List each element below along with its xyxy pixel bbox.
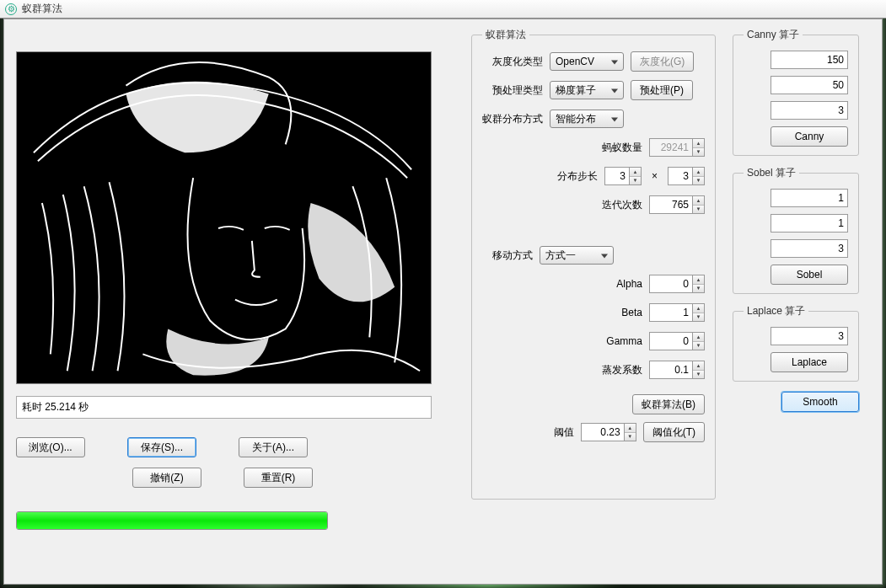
window-titlebar: ⚙ 蚁群算法 [0, 0, 886, 19]
evap-input[interactable] [649, 361, 693, 379]
sobel-v3-input[interactable] [771, 239, 848, 258]
laplace-v1-input[interactable] [771, 327, 848, 345]
gamma-label: Gamma [582, 335, 642, 347]
app-icon: ⚙ [5, 3, 17, 15]
alpha-input[interactable] [649, 275, 693, 293]
thresh-label: 阈值 [540, 425, 574, 440]
iter-spin[interactable]: ▲▼ [693, 195, 705, 214]
save-button[interactable]: 保存(S)... [127, 437, 196, 457]
move-label: 移动方式 [482, 249, 533, 263]
gamma-spin[interactable]: ▲▼ [693, 332, 705, 350]
ant-count-spin: ▲▼ [693, 138, 705, 157]
canny-group: Canny 算子 Canny [733, 28, 859, 156]
beta-label: Beta [582, 307, 642, 318]
sobel-button[interactable]: Sobel [771, 265, 848, 285]
pre-type-label: 预处理类型 [482, 83, 543, 98]
thresh-spin[interactable]: ▲▼ [625, 423, 636, 441]
canny-v2-input[interactable] [771, 76, 848, 94]
step-a-spin[interactable]: ▲▼ [630, 167, 642, 185]
evap-spin[interactable]: ▲▼ [693, 361, 705, 379]
laplace-legend: Laplace 算子 [744, 304, 808, 318]
status-text: 耗时 25.214 秒 [16, 396, 432, 419]
step-b-spin[interactable]: ▲▼ [693, 167, 705, 185]
aco-group: 蚁群算法 灰度化类型 OpenCV 灰度化(G) 预处理类型 梯度算子 预处理(… [471, 28, 716, 500]
progress-bar [16, 511, 328, 530]
aco-legend: 蚁群算法 [482, 28, 529, 42]
iter-input[interactable] [649, 195, 693, 214]
beta-input[interactable] [649, 303, 693, 322]
browse-button[interactable]: 浏览(O)... [16, 437, 85, 457]
image-preview [16, 51, 432, 384]
dist-label: 蚁群分布方式 [482, 112, 543, 126]
step-label: 分布步长 [537, 169, 598, 184]
thresh-button[interactable]: 阈值化(T) [643, 422, 705, 442]
sobel-group: Sobel 算子 Sobel [733, 166, 859, 294]
move-combo[interactable]: 方式一 [540, 246, 614, 265]
alpha-spin[interactable]: ▲▼ [693, 275, 705, 293]
undo-button[interactable]: 撤销(Z) [132, 468, 201, 488]
evap-label: 蒸发系数 [582, 363, 642, 377]
sobel-v1-input[interactable] [771, 189, 848, 207]
multiply-icon: × [652, 170, 658, 182]
reset-button[interactable]: 重置(R) [244, 468, 313, 488]
pre-type-combo[interactable]: 梯度算子 [550, 81, 624, 99]
step-b-input[interactable] [668, 167, 693, 185]
laplace-group: Laplace 算子 Laplace [733, 304, 859, 382]
run-aco-button[interactable]: 蚁群算法(B) [632, 394, 705, 414]
step-a-input[interactable] [604, 167, 630, 185]
canny-legend: Canny 算子 [744, 28, 803, 42]
ant-count-input [649, 138, 693, 157]
dist-combo[interactable]: 智能分布 [550, 110, 624, 128]
about-button[interactable]: 关于(A)... [239, 437, 308, 457]
gray-type-label: 灰度化类型 [482, 55, 543, 69]
thresh-input[interactable] [581, 423, 625, 441]
canny-v3-input[interactable] [771, 101, 848, 120]
sobel-legend: Sobel 算子 [744, 166, 799, 180]
beta-spin[interactable]: ▲▼ [693, 303, 705, 322]
ant-count-label: 蚂蚁数量 [582, 141, 642, 155]
iter-label: 迭代次数 [582, 198, 642, 212]
alpha-label: Alpha [582, 278, 642, 290]
laplace-button[interactable]: Laplace [771, 352, 848, 372]
smooth-button[interactable]: Smooth [781, 392, 859, 412]
window-title: 蚁群算法 [22, 2, 62, 16]
pre-button[interactable]: 预处理(P) [631, 80, 693, 100]
canny-v1-input[interactable] [771, 51, 848, 69]
sobel-v2-input[interactable] [771, 214, 848, 233]
canny-button[interactable]: Canny [771, 126, 848, 147]
gray-button: 灰度化(G) [631, 51, 694, 72]
gray-type-combo[interactable]: OpenCV [550, 52, 624, 71]
gamma-input[interactable] [649, 332, 693, 350]
